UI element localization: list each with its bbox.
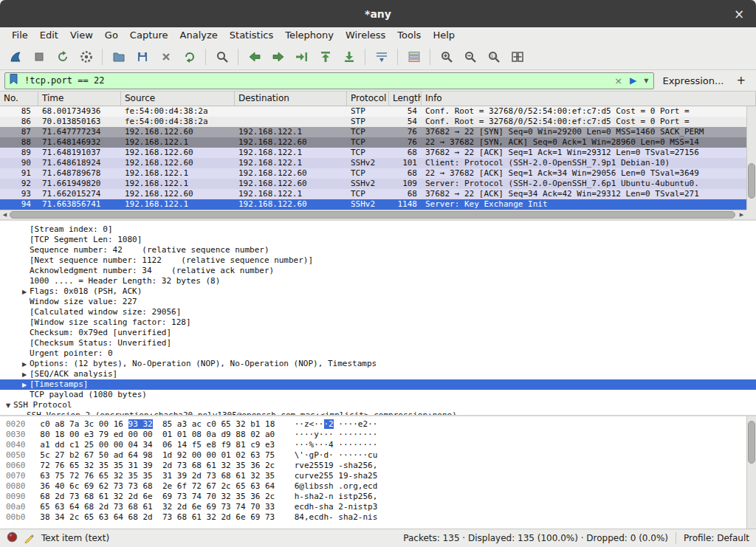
go-to-packet-icon[interactable] <box>290 46 313 67</box>
menu-item[interactable]: Edit <box>34 27 64 44</box>
menu-item[interactable]: Tools <box>391 27 427 44</box>
colorize-icon[interactable] <box>402 46 425 67</box>
zoom-original-icon[interactable]: 1:1 <box>482 46 505 67</box>
reload-icon[interactable] <box>178 46 201 67</box>
file-close-icon[interactable] <box>154 46 177 67</box>
display-filter-input[interactable] <box>23 75 608 86</box>
column-header-source[interactable]: Source <box>121 92 235 106</box>
go-forward-icon[interactable] <box>267 46 289 67</box>
detail-row[interactable]: Window size value: 227 <box>0 297 756 307</box>
detail-row[interactable]: [Window size scaling factor: 128] <box>0 317 756 328</box>
hex-row[interactable]: 009068 2d 73 68 61 32 2d 6e69 73 74 70 3… <box>6 492 756 502</box>
hex-row[interactable]: 008036 40 6c 69 62 73 73 682e 6f 72 67 2… <box>6 481 756 492</box>
scroll-right-icon[interactable]: ▶ <box>737 212 746 218</box>
detail-row[interactable]: SSH Version 2 (encryption:chacha20-poly1… <box>0 410 756 415</box>
packet-row[interactable]: 90 71.648618924 192.168.122.60 192.168.1… <box>0 158 746 168</box>
detail-row[interactable]: ▶[SEQ/ACK analysis] <box>0 369 756 379</box>
detail-row[interactable]: [Next sequence number: 1122 (relative se… <box>0 255 756 266</box>
menu-item[interactable]: Telephony <box>279 27 340 44</box>
filter-bookmark-icon[interactable] <box>9 73 18 88</box>
expert-info-icon[interactable] <box>7 531 18 545</box>
hex-row[interactable]: 006072 76 65 32 35 35 31 392d 73 68 61 3… <box>6 461 756 471</box>
resize-columns-icon[interactable] <box>506 46 529 67</box>
filter-dropdown-icon[interactable]: ▼ <box>642 78 650 84</box>
packet-row[interactable]: 85 68.001734936 fe:54:00:d4:38:2a STP 54… <box>0 106 746 117</box>
detail-row[interactable]: [Calculated window size: 29056] <box>0 307 756 317</box>
file-open-icon[interactable] <box>107 46 130 67</box>
detail-row[interactable]: Checksum: 0x79ed [unverified] <box>0 328 756 338</box>
packet-row[interactable]: 88 71.648146932 192.168.122.1 192.168.12… <box>0 137 746 148</box>
column-header-no[interactable]: No. <box>0 92 38 106</box>
column-header-info[interactable]: Info <box>422 92 756 106</box>
packet-row[interactable]: 87 71.647777234 192.168.122.60 192.168.1… <box>0 127 746 137</box>
detail-row[interactable]: Urgent pointer: 0 <box>0 348 756 359</box>
menu-item[interactable]: Statistics <box>224 27 279 44</box>
menu-item[interactable]: Wireless <box>340 27 391 44</box>
detail-row[interactable]: TCP payload (1080 bytes) <box>0 390 756 400</box>
expression-button[interactable]: Expression... <box>659 75 726 86</box>
profile-label[interactable]: Profile: Default <box>684 533 749 543</box>
add-filter-button[interactable]: + <box>732 74 752 87</box>
capture-comment-icon[interactable] <box>24 531 35 546</box>
column-header-destination[interactable]: Destination <box>235 92 347 106</box>
detail-row[interactable]: [TCP Segment Len: 1080] <box>0 235 756 245</box>
scrollbar-thumb[interactable] <box>748 421 755 464</box>
filter-apply-icon[interactable]: ▶ <box>628 75 638 86</box>
zoom-in-icon[interactable] <box>435 46 458 67</box>
detail-row[interactable]: ▶Options: (12 bytes), No-Operation (NOP)… <box>0 359 756 369</box>
packet-list-vertical-scrollbar[interactable] <box>746 106 756 210</box>
detail-row[interactable]: Acknowledgment number: 34 (relative ack … <box>0 266 756 276</box>
capture-stop-icon[interactable] <box>27 46 50 67</box>
menu-item[interactable]: File <box>6 27 34 44</box>
column-header-protocol[interactable]: Protocol <box>347 92 389 106</box>
zoom-out-icon[interactable] <box>458 46 481 67</box>
go-first-icon[interactable] <box>314 46 337 67</box>
menu-item[interactable]: Help <box>427 27 461 44</box>
expander-icon[interactable]: ▶ <box>19 380 30 390</box>
detail-row[interactable]: ▶[Timestamps] <box>0 379 756 390</box>
detail-row[interactable]: 1000 .... = Header Length: 32 bytes (8) <box>0 276 756 286</box>
packet-row[interactable]: 86 70.013850163 fe:54:00:d4:38:2a STP 54… <box>0 117 746 127</box>
scroll-left-icon[interactable]: ◀ <box>0 212 10 218</box>
detail-row[interactable]: [Stream index: 0] <box>0 224 756 235</box>
go-last-icon[interactable] <box>337 46 360 67</box>
hex-row[interactable]: 003080 18 00 e3 79 ed 00 0001 01 08 0a d… <box>6 430 756 440</box>
capture-options-icon[interactable] <box>75 46 97 67</box>
window-close-button[interactable]: × <box>731 6 747 22</box>
menu-item[interactable]: Capture <box>124 27 174 44</box>
detail-row[interactable]: [Checksum Status: Unverified] <box>0 338 756 348</box>
menu-item[interactable]: Go <box>99 27 124 44</box>
menu-item[interactable]: Analyze <box>174 27 224 44</box>
filter-clear-icon[interactable]: × <box>613 75 624 86</box>
packet-row[interactable]: 91 71.648789678 192.168.122.1 192.168.12… <box>0 168 746 179</box>
packet-row[interactable]: 93 71.662015274 192.168.122.60 192.168.1… <box>0 189 746 199</box>
hex-row[interactable]: 00a065 63 64 68 2d 73 68 6132 2d 6e 69 7… <box>6 502 756 512</box>
expander-icon[interactable]: ▶ <box>19 359 30 369</box>
expander-icon[interactable]: ▶ <box>19 287 30 297</box>
packet-row[interactable]: 89 71.648191037 192.168.122.60 192.168.1… <box>0 148 746 158</box>
file-save-icon[interactable] <box>131 46 154 67</box>
expander-icon[interactable]: ▼ <box>3 401 13 410</box>
scrollbar-thumb[interactable] <box>748 163 755 199</box>
detail-row[interactable]: ▼SSH Protocol <box>0 400 756 410</box>
capture-restart-icon[interactable] <box>51 46 74 67</box>
detail-row[interactable]: ▶Flags: 0x018 (PSH, ACK) <box>0 286 756 297</box>
auto-scroll-icon[interactable] <box>370 46 393 67</box>
expander-icon[interactable]: ▶ <box>19 370 30 379</box>
column-header-length[interactable]: Length <box>389 92 422 106</box>
hex-row[interactable]: 0020c0 a8 7a 3c 00 16 93 3285 a3 ac c0 6… <box>6 419 756 430</box>
packet-row[interactable]: 92 71.661949820 192.168.122.1 192.168.12… <box>0 179 746 189</box>
hex-row[interactable]: 00b038 34 2c 65 63 64 68 2d73 68 61 32 2… <box>6 512 756 523</box>
capture-start-icon[interactable] <box>4 46 27 67</box>
find-packet-icon[interactable] <box>210 46 233 67</box>
go-back-icon[interactable] <box>243 46 266 67</box>
hex-row[interactable]: 0040a1 dd c1 25 00 00 04 3406 14 f5 e8 f… <box>6 440 756 450</box>
bytes-vertical-scrollbar[interactable] <box>746 416 756 529</box>
menu-item[interactable]: View <box>64 27 99 44</box>
detail-row[interactable]: Sequence number: 42 (relative sequence n… <box>0 245 756 255</box>
packet-row[interactable]: 94 71.663856741 192.168.122.1 192.168.12… <box>0 199 746 210</box>
packet-list-horizontal-scrollbar[interactable]: ◀ ▶ <box>0 210 746 219</box>
scrollbar-thumb[interactable] <box>10 211 735 219</box>
column-header-time[interactable]: Time <box>38 92 121 106</box>
hex-row[interactable]: 007063 75 72 76 65 32 35 3531 39 2d 73 6… <box>6 471 756 481</box>
